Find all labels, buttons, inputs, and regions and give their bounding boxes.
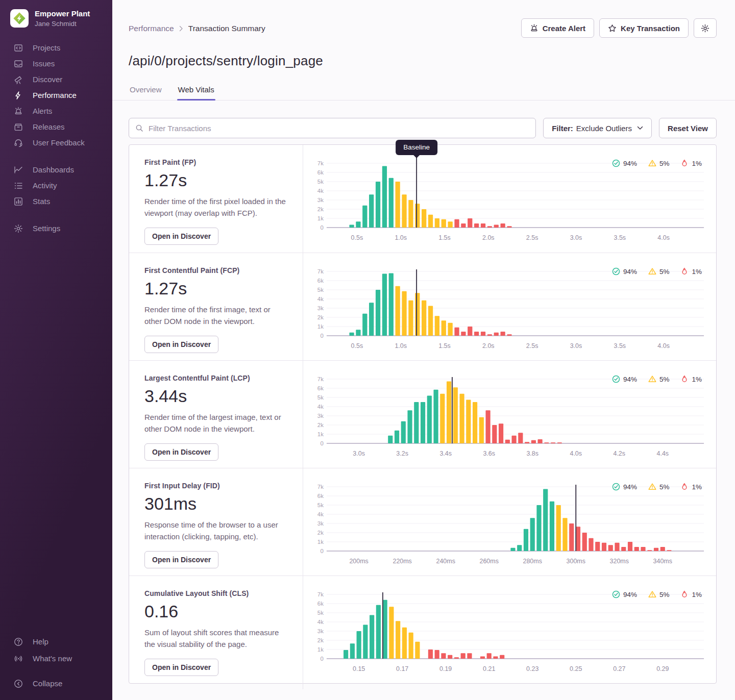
histogram-bar[interactable] <box>480 657 485 659</box>
histogram-bar[interactable] <box>435 650 439 659</box>
histogram-bar[interactable] <box>448 655 452 659</box>
histogram-bar[interactable] <box>536 505 541 551</box>
histogram-bar[interactable] <box>481 223 485 228</box>
histogram-bar[interactable] <box>569 523 574 551</box>
histogram-bar[interactable] <box>382 274 387 336</box>
histogram-bar[interactable] <box>628 542 632 551</box>
histogram-bar[interactable] <box>376 290 380 336</box>
histogram-bar[interactable] <box>363 624 368 659</box>
histogram-bar[interactable] <box>396 286 400 336</box>
histogram-bar[interactable] <box>507 334 511 336</box>
sidebar-item-stats[interactable]: Stats <box>0 193 112 209</box>
histogram-bar[interactable] <box>473 402 477 443</box>
histogram-bar[interactable] <box>660 547 665 551</box>
histogram-bar[interactable] <box>582 533 587 551</box>
histogram-bar[interactable] <box>441 653 446 659</box>
histogram-bar[interactable] <box>517 545 522 551</box>
histogram-bar[interactable] <box>415 204 420 228</box>
sidebar-item-activity[interactable]: Activity <box>0 178 112 193</box>
histogram-bar[interactable] <box>422 301 426 336</box>
sidebar-item-user-feedback[interactable]: User Feedback <box>0 135 112 151</box>
org-switcher[interactable]: Empower Plant Jane Schmidt <box>0 0 112 28</box>
histogram-bar[interactable] <box>422 209 426 228</box>
open-in-discover-button[interactable]: Open in Discover <box>144 228 218 245</box>
tab-overview[interactable]: Overview <box>129 82 163 100</box>
histogram-bar[interactable] <box>428 649 433 659</box>
histogram-bar[interactable] <box>428 215 433 228</box>
histogram-bar[interactable] <box>525 442 529 443</box>
sidebar-item-alerts[interactable]: Alerts <box>0 103 112 119</box>
histogram-bar[interactable] <box>369 303 374 336</box>
histogram-bar[interactable] <box>389 607 394 659</box>
histogram-bar[interactable] <box>428 306 433 336</box>
histogram-bar[interactable] <box>427 395 432 443</box>
histogram-bar[interactable] <box>595 542 600 551</box>
histogram-bar[interactable] <box>442 219 446 228</box>
histogram-bar[interactable] <box>388 436 393 443</box>
histogram-bar[interactable] <box>474 223 479 228</box>
histogram-bar[interactable] <box>461 332 465 336</box>
histogram-bar[interactable] <box>501 332 505 336</box>
histogram-bar[interactable] <box>453 387 458 443</box>
sidebar-item-performance[interactable]: Performance <box>0 87 112 103</box>
histogram-bar[interactable] <box>481 332 485 336</box>
histogram-bar[interactable] <box>349 333 354 336</box>
open-in-discover-button[interactable]: Open in Discover <box>144 551 218 568</box>
histogram-bar[interactable] <box>589 538 593 551</box>
sidebar-item-whats-new[interactable]: What's new <box>0 650 112 667</box>
histogram-bar[interactable] <box>511 436 516 443</box>
reset-view-button[interactable]: Reset View <box>659 118 717 138</box>
histogram-bar[interactable] <box>550 502 554 551</box>
outliers-filter-dropdown[interactable]: Filter: Exclude Outliers <box>543 118 652 138</box>
histogram-bar[interactable] <box>556 505 561 551</box>
histogram-bar[interactable] <box>435 316 439 336</box>
histogram-bar[interactable] <box>557 442 562 443</box>
sidebar-item-projects[interactable]: Projects <box>0 40 112 56</box>
sidebar-item-releases[interactable]: Releases <box>0 119 112 135</box>
histogram-bar[interactable] <box>370 615 374 659</box>
histogram-bar[interactable] <box>621 547 626 551</box>
histogram-bar[interactable] <box>487 226 492 228</box>
open-in-discover-button[interactable]: Open in Discover <box>144 443 218 461</box>
histogram-bar[interactable] <box>459 394 464 443</box>
histogram-bar[interactable] <box>395 431 399 443</box>
histogram-bar[interactable] <box>440 394 445 443</box>
histogram-bar[interactable] <box>507 226 511 228</box>
histogram-bar[interactable] <box>654 548 658 551</box>
histogram-bar[interactable] <box>376 605 381 659</box>
histogram-bar[interactable] <box>461 653 465 659</box>
histogram-bar[interactable] <box>442 320 446 336</box>
histogram-bar[interactable] <box>396 182 400 228</box>
histogram-bar[interactable] <box>447 382 451 444</box>
histogram-bar[interactable] <box>344 650 348 659</box>
histogram-bar[interactable] <box>369 194 374 228</box>
histogram-bar[interactable] <box>467 653 472 659</box>
histogram-bar[interactable] <box>356 330 360 336</box>
histogram-bar[interactable] <box>492 425 497 443</box>
histogram-bar[interactable] <box>608 545 613 551</box>
histogram-bar[interactable] <box>576 527 580 551</box>
histogram-bar[interactable] <box>562 518 567 551</box>
open-in-discover-button[interactable]: Open in Discover <box>144 659 218 676</box>
histogram-bar[interactable] <box>350 643 355 659</box>
histogram-bar[interactable] <box>396 621 400 659</box>
histogram-bar[interactable] <box>494 225 499 228</box>
histogram-bar[interactable] <box>501 223 505 228</box>
histogram-bar[interactable] <box>487 334 492 336</box>
sidebar-collapse-button[interactable]: Collapse <box>0 675 112 692</box>
filter-transactions-input[interactable] <box>129 118 536 138</box>
histogram-bar[interactable] <box>356 221 360 228</box>
histogram-bar[interactable] <box>510 548 515 551</box>
histogram-bar[interactable] <box>500 655 504 659</box>
breadcrumb-performance[interactable]: Performance <box>129 24 174 33</box>
histogram-bar[interactable] <box>401 421 406 443</box>
histogram-bar[interactable] <box>407 410 412 443</box>
histogram-bar[interactable] <box>538 439 543 443</box>
histogram-bar[interactable] <box>362 314 367 336</box>
histogram-bar[interactable] <box>493 657 498 659</box>
histogram-bar[interactable] <box>466 400 471 444</box>
histogram-bar[interactable] <box>408 200 413 228</box>
histogram-bar[interactable] <box>382 166 387 228</box>
histogram-bar[interactable] <box>543 489 548 552</box>
histogram-bar[interactable] <box>499 423 503 443</box>
